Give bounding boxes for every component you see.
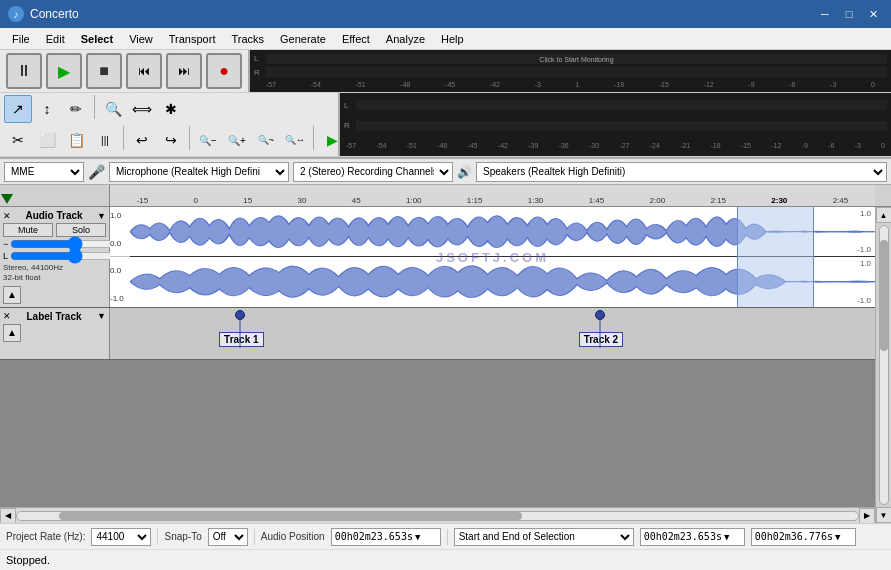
multi-tool-button[interactable]: ✱ [157,95,185,123]
vline1 [157,529,158,545]
v-scroll-thumb[interactable] [880,240,888,351]
vu-click-label: Click to Start Monitoring [539,55,613,62]
label-marker-1[interactable]: Track 1 [217,310,263,347]
vu-meter-l-bottom [356,100,887,110]
menu-select[interactable]: Select [73,31,121,47]
main-area: ✕ Audio Track ▼ Mute Solo − + L [0,207,891,523]
scale-1-0-bot: 1.0 [860,259,871,268]
ruler-mark: 1:30 [528,196,544,205]
undo-button[interactable]: ↩ [128,126,156,154]
output-device-select[interactable]: Speakers (Realtek High Definiti) [476,162,887,182]
ruler-mark: 2:30 [771,196,787,205]
label-marker-2[interactable]: Track 2 [577,310,623,347]
selection-start-display: 00h02m23.653s ▼ [640,528,745,546]
stopped-label: Stopped. [6,554,50,566]
menu-effect[interactable]: Effect [334,31,378,47]
menu-tracks[interactable]: Tracks [223,31,272,47]
v-scroll-track[interactable] [879,225,889,505]
position-dropdown-btn[interactable]: ▼ [415,532,420,542]
toolbar-sep1 [94,95,95,119]
v-scrollbar: ▲ ▼ [875,207,891,523]
scroll-left-btn[interactable]: ◀ [0,508,16,524]
minimize-button[interactable]: ─ [815,4,835,24]
scroll-down-btn[interactable]: ▼ [876,507,892,523]
track-close-btn[interactable]: ✕ [3,211,11,221]
zoom-in-button[interactable]: 🔍+ [223,126,251,154]
snap-to-label: Snap-To [164,531,201,542]
label-track-close-btn[interactable]: ✕ [3,311,11,321]
label-track-expand-btn[interactable]: ▲ [3,324,21,342]
trim-button[interactable]: ||| [91,126,119,154]
menu-analyze[interactable]: Analyze [378,31,433,47]
select-tool-button[interactable]: ↗ [4,95,32,123]
ruler-mark: 2:00 [650,196,666,205]
snap-to-select[interactable]: Off [208,528,248,546]
next-button[interactable]: ⏭ [166,53,202,89]
redo-button[interactable]: ↪ [157,126,185,154]
gain-min-label: − [3,239,8,249]
zoom-out-button[interactable]: 🔍− [194,126,222,154]
ruler-mark: -15 [137,196,149,205]
menu-transport[interactable]: Transport [161,31,224,47]
app-icon: ♪ [8,6,24,22]
play-button[interactable]: ▶ [46,53,82,89]
marker-dot-2 [595,310,605,320]
mute-button[interactable]: Mute [3,223,53,237]
copy-button[interactable]: ⬜ [33,126,61,154]
track-info: Stereo, 44100Hz 32-bit float [3,263,106,284]
project-rate-label: Project Rate (Hz): [6,531,85,542]
zoom-tool-button[interactable]: 🔍 [99,95,127,123]
menu-file[interactable]: File [4,31,38,47]
ruler-mark: 2:15 [710,196,726,205]
menu-generate[interactable]: Generate [272,31,334,47]
cut-button[interactable]: ✂ [4,126,32,154]
timeshift-tool-button[interactable]: ⟺ [128,95,156,123]
menu-view[interactable]: View [121,31,161,47]
label-track-dropdown-btn[interactable]: ▼ [97,311,106,321]
marker-dot-1 [235,310,245,320]
h-scroll-track[interactable] [16,511,859,521]
pause-button[interactable]: ⏸ [6,53,42,89]
playhead-icon [1,194,13,204]
scroll-right-btn[interactable]: ▶ [859,508,875,524]
vline2 [254,529,255,545]
envelope-tool-button[interactable]: ↕ [33,95,61,123]
selection-type-select[interactable]: Start and End of Selection [454,528,634,546]
vu-meter-r-top[interactable] [266,67,887,77]
solo-button[interactable]: Solo [56,223,106,237]
h-scroll-thumb[interactable] [59,512,522,520]
vu-meter-l-top[interactable]: Click to Start Monitoring [266,54,887,64]
vline3 [447,529,448,545]
maximize-button[interactable]: □ [839,4,859,24]
app: ♪ Concerto ─ □ ✕ File Edit Select View T… [0,0,891,570]
waveform-area[interactable]: 1.0 0.0 0.0 -1.0 JSOFTJ.COM [110,207,875,307]
menu-edit[interactable]: Edit [38,31,73,47]
stop-button[interactable]: ■ [86,53,122,89]
zoom-sel-button[interactable]: 🔍~ [252,126,280,154]
track-expand-btn[interactable]: ▲ [3,286,21,304]
sel-end-time: 00h02m36.776s [755,531,833,542]
ruler-mark: 1:00 [406,196,422,205]
project-rate-select[interactable]: 44100 [91,528,151,546]
scale-neg-1-0-top: -1.0 [857,245,871,254]
scroll-up-btn[interactable]: ▲ [876,207,892,223]
pan-left-label: L [3,251,8,261]
channels-select[interactable]: 2 (Stereo) Recording Channels [293,162,453,182]
prev-button[interactable]: ⏮ [126,53,162,89]
record-button[interactable]: ● [206,53,242,89]
label-text-2: Track 2 [579,332,623,347]
draw-tool-button[interactable]: ✏ [62,95,90,123]
close-button[interactable]: ✕ [863,4,883,24]
label-text-1: Track 1 [219,332,263,347]
track-title: Audio Track [25,210,82,221]
track-dropdown-btn[interactable]: ▼ [97,211,106,221]
mic-device-select[interactable]: Microphone (Realtek High Defini [109,162,289,182]
ruler-mark: 1:45 [589,196,605,205]
paste-button[interactable]: 📋 [62,126,90,154]
ruler-mark: 2:45 [833,196,849,205]
interface-select[interactable]: MME [4,162,84,182]
sel-end-dropdown-btn[interactable]: ▼ [835,532,840,542]
sel-start-dropdown-btn[interactable]: ▼ [724,532,729,542]
zoom-fit-button[interactable]: 🔍↔ [281,126,309,154]
menu-help[interactable]: Help [433,31,472,47]
